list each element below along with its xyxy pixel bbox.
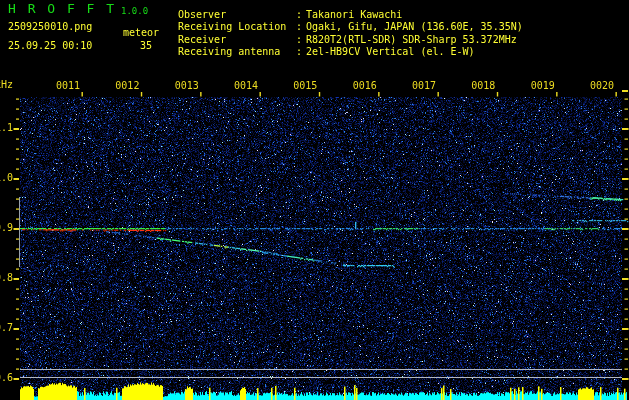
- time-tick-label: 0016: [353, 81, 377, 91]
- time-tick-label: 0012: [115, 81, 139, 91]
- info-colon: :: [296, 46, 302, 57]
- info-value: 2el-HB9CV Vertical (el. E-W): [306, 46, 475, 57]
- time-tick-label: 0020: [590, 81, 614, 91]
- info-colon: :: [296, 9, 302, 20]
- time-tick-label: 0015: [293, 81, 317, 91]
- info-row-observer: Observer : Takanori Kawachi: [0, 9, 629, 21]
- info-value: R820T2(RTL-SDR) SDR-Sharp 53.372MHz: [306, 34, 517, 45]
- freq-tick-label: 0.8: [0, 273, 13, 283]
- info-label: Receiver: [178, 34, 226, 45]
- freq-tick-label: 0.9: [0, 223, 13, 233]
- info-label: Receiving antenna: [178, 46, 280, 57]
- freq-tick-label: 0.6: [0, 373, 13, 383]
- info-colon: :: [296, 34, 302, 45]
- freq-tick-label: 1.1: [0, 123, 13, 133]
- time-tick-label: 0018: [471, 81, 495, 91]
- freq-tick-label: 1.0: [0, 173, 13, 183]
- info-row-receiver: Receiver : R820T2(RTL-SDR) SDR-Sharp 53.…: [0, 34, 629, 46]
- info-value: Ogaki, Gifu, JAPAN (136.60E, 35.35N): [306, 21, 523, 32]
- time-tick-label: 0014: [234, 81, 258, 91]
- spectrogram-canvas: [0, 0, 629, 400]
- info-colon: :: [296, 21, 302, 32]
- info-label: Observer: [178, 9, 226, 20]
- freq-tick-label: 0.7: [0, 323, 13, 333]
- time-tick-label: 0019: [531, 81, 555, 91]
- info-value: Takanori Kawachi: [306, 9, 402, 20]
- time-tick-label: 0011: [56, 81, 80, 91]
- hrofft-screen: H R O F F T 1.0.0 2509250010.png meteor …: [0, 0, 629, 400]
- info-row-antenna: Receiving antenna : 2el-HB9CV Vertical (…: [0, 46, 629, 58]
- y-axis-unit-label: kHz: [0, 80, 13, 90]
- time-tick-label: 0017: [412, 81, 436, 91]
- time-tick-label: 0013: [175, 81, 199, 91]
- info-label: Receiving Location: [178, 21, 286, 32]
- info-row-location: Receiving Location : Ogaki, Gifu, JAPAN …: [0, 21, 629, 33]
